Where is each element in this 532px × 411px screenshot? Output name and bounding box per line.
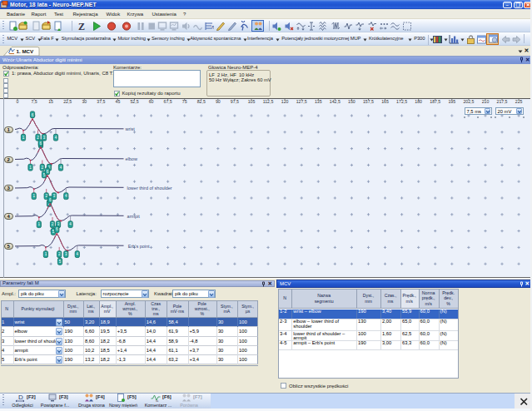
svg-text:D: D <box>18 394 23 401</box>
svg-text:Ia: Ia <box>156 399 159 402</box>
